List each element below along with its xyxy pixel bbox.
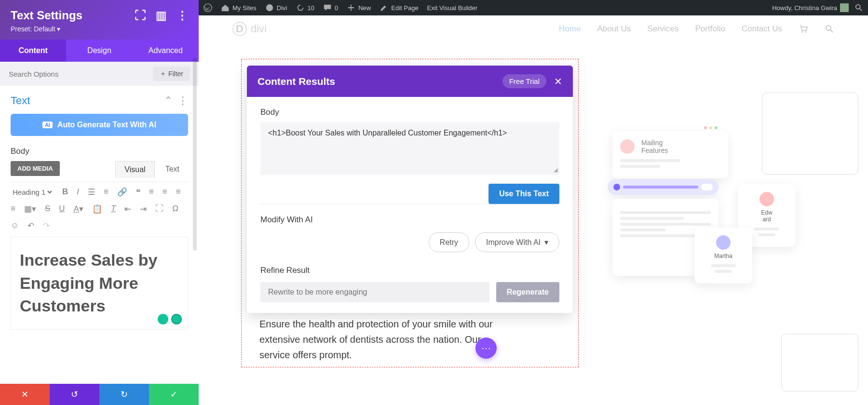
avatar	[840, 3, 849, 12]
modal-body: Body <h1>Boost Your Sales with Unparalle…	[247, 97, 573, 313]
admin-search-icon[interactable]	[854, 3, 863, 12]
columns-icon[interactable]: ▥	[156, 9, 167, 22]
auto-generate-button[interactable]: AI Auto Generate Text With AI	[11, 114, 188, 136]
svg-point-2	[856, 5, 860, 9]
divi-link[interactable]: Divi	[265, 3, 287, 12]
page-body-text: Ensure the health and protection of your…	[259, 316, 501, 363]
wp-logo[interactable]	[203, 3, 212, 12]
sidebar-title: Text Settings	[11, 9, 82, 22]
svg-point-4	[805, 31, 807, 32]
save-button[interactable]: ✓	[149, 384, 199, 405]
sidebar-tabs: Content Design Advanced	[0, 40, 199, 62]
howdy-link[interactable]: Howdy, Christina Gwira	[772, 3, 849, 12]
bold-icon[interactable]: B	[62, 187, 68, 197]
regenerate-button[interactable]: Regenerate	[496, 282, 559, 302]
refine-input[interactable]	[260, 282, 489, 302]
tb-redo-icon[interactable]: ↷	[43, 221, 50, 231]
tb-undo-icon[interactable]: ↶	[27, 221, 34, 231]
site-logo: Ddivi	[232, 22, 267, 36]
tab-advanced[interactable]: Advanced	[133, 40, 199, 62]
more-icon[interactable]: ⋮	[176, 9, 188, 22]
redo-button[interactable]: ↻	[99, 384, 149, 405]
ul-icon[interactable]: ☰	[88, 187, 95, 197]
chevron-down-icon: ▾	[544, 238, 548, 247]
ol-icon[interactable]: ≡	[104, 187, 108, 197]
svg-point-3	[802, 31, 803, 32]
align-right-icon[interactable]: ≡	[176, 187, 181, 197]
text-color-icon[interactable]: A▾	[74, 204, 83, 214]
modal-body-label: Body	[260, 108, 559, 117]
underline-icon[interactable]: U	[59, 204, 65, 214]
cart-icon[interactable]	[799, 24, 808, 34]
undo-button[interactable]: ↺	[50, 384, 99, 405]
free-trial-button[interactable]: Free Trial	[502, 74, 546, 88]
editor-tab-visual[interactable]: Visual	[115, 161, 154, 178]
search-icon[interactable]	[825, 24, 834, 34]
updates-link[interactable]: 10	[296, 3, 314, 12]
body-label: Body	[11, 147, 188, 156]
strike-icon[interactable]: S	[45, 204, 50, 214]
fullscreen-icon[interactable]: ⛶	[155, 204, 163, 214]
preset-dropdown[interactable]: Preset: Default ▾	[11, 25, 188, 33]
emoji-icon[interactable]: ☺	[11, 221, 19, 231]
my-sites-link[interactable]: My Sites	[221, 3, 257, 12]
editor-toolbar: Heading 1 B I ☰ ≡ 🔗 ❝ ≡ ≡ ≡ ≡ ▦▾ S U A▾ …	[11, 182, 188, 231]
result-textarea[interactable]: <h1>Boost Your Sales with Unparalleled C…	[260, 122, 559, 175]
table-icon[interactable]: ▦▾	[24, 204, 36, 214]
site-header: Ddivi Home About Us Services Portfolio C…	[199, 15, 868, 42]
nav-contact[interactable]: Contact Us	[742, 24, 782, 34]
section-more-icon[interactable]: ⋮	[177, 94, 188, 107]
filter-button[interactable]: ＋Filter	[153, 67, 190, 81]
link-icon[interactable]: 🔗	[117, 187, 127, 197]
settings-fab[interactable]: ⋯	[475, 338, 497, 359]
outdent-icon[interactable]: ⇤	[124, 204, 131, 214]
edit-page-link[interactable]: Edit Page	[380, 3, 418, 12]
grammarly-icon[interactable]	[171, 314, 182, 324]
editor-tab-text[interactable]: Text	[157, 161, 188, 178]
new-link[interactable]: New	[347, 3, 371, 12]
align-left-icon[interactable]: ≡	[149, 187, 154, 197]
improve-with-ai-button[interactable]: Improve With AI▾	[475, 232, 559, 252]
quote-icon[interactable]: ❝	[136, 187, 140, 197]
grammarly-suggest-icon[interactable]	[158, 314, 168, 324]
editor-content[interactable]: Increase Sales by Engaging More Customer…	[11, 237, 188, 330]
scrollbar[interactable]	[193, 58, 197, 251]
tab-content[interactable]: Content	[0, 40, 66, 62]
refine-label: Refine Result	[260, 266, 559, 275]
section-text[interactable]: Text ⌃⋮	[11, 94, 188, 107]
settings-sidebar: Text Settings ⛶ ▥ ⋮ Preset: Default ▾ Co…	[0, 0, 199, 405]
nav-services[interactable]: Services	[647, 24, 678, 34]
resize-handle-icon[interactable]: ◢	[554, 167, 557, 173]
close-icon[interactable]: ✕	[554, 76, 562, 87]
tab-design[interactable]: Design	[66, 40, 132, 62]
site-nav: Home About Us Services Portfolio Contact…	[559, 24, 834, 34]
hero-illustration: MailingFeatures Edw ard Martha	[608, 73, 858, 372]
svg-point-5	[826, 26, 831, 30]
indent-icon[interactable]: ⇥	[140, 204, 147, 214]
align-justify-icon[interactable]: ≡	[11, 204, 15, 214]
nav-portfolio[interactable]: Portfolio	[695, 24, 725, 34]
exit-vb-link[interactable]: Exit Visual Builder	[427, 4, 478, 12]
sidebar-footer: ✕ ↺ ↻ ✓	[0, 384, 199, 405]
nav-about[interactable]: About Us	[597, 24, 631, 34]
content-results-modal: Content Results Free Trial ✕ Body <h1>Bo…	[247, 66, 573, 313]
cancel-button[interactable]: ✕	[0, 384, 50, 405]
page-preview: Ddivi Home About Us Services Portfolio C…	[199, 15, 868, 405]
nav-home[interactable]: Home	[559, 24, 581, 34]
search-input[interactable]	[9, 70, 153, 78]
clear-format-icon[interactable]: T	[111, 204, 116, 214]
align-center-icon[interactable]: ≡	[163, 187, 167, 197]
sidebar-body: Text ⌃⋮ AI Auto Generate Text With AI Bo…	[0, 86, 199, 384]
add-media-button[interactable]: ADD MEDIA	[11, 161, 60, 176]
omega-icon[interactable]: Ω	[172, 204, 178, 214]
expand-icon[interactable]: ⛶	[135, 9, 146, 22]
comments-link[interactable]: 0	[323, 3, 338, 12]
modify-label: Modify With AI	[260, 215, 559, 225]
retry-button[interactable]: Retry	[429, 232, 469, 252]
italic-icon[interactable]: I	[77, 187, 79, 197]
heading-dropdown[interactable]: Heading 1	[11, 187, 54, 197]
paste-icon[interactable]: 📋	[92, 204, 102, 214]
chevron-up-icon[interactable]: ⌃	[164, 94, 173, 107]
search-row: ＋Filter	[0, 62, 199, 86]
use-this-text-button[interactable]: Use This Text	[488, 184, 559, 204]
